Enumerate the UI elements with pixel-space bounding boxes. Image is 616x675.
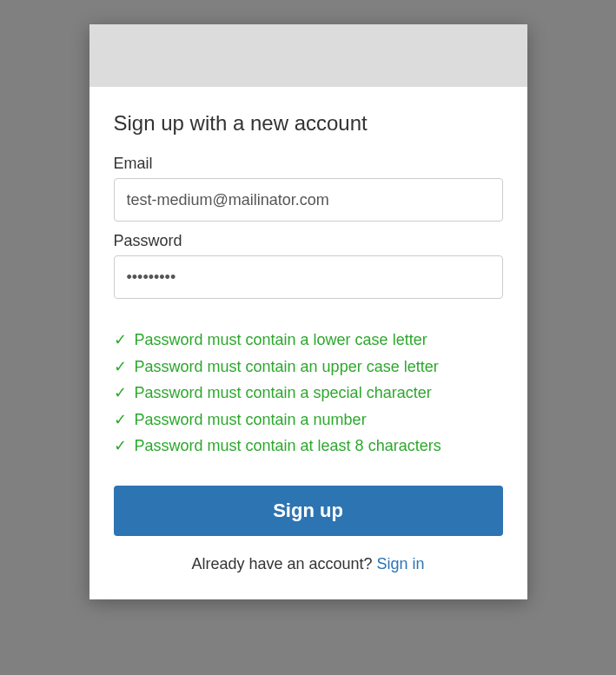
- rule-text: Password must contain at least 8 charact…: [135, 433, 441, 460]
- footer-text: Already have an account? Sign in: [114, 555, 503, 573]
- check-icon: ✓: [114, 407, 131, 433]
- password-field[interactable]: [114, 255, 503, 299]
- card-body: Sign up with a new account Email Passwor…: [89, 87, 527, 599]
- signin-link[interactable]: Sign in: [377, 555, 425, 572]
- rule-text: Password must contain a special characte…: [135, 380, 432, 407]
- check-icon: ✓: [114, 327, 131, 354]
- rule-item: ✓ Password must contain a lower case let…: [114, 327, 503, 354]
- card-header: [89, 24, 527, 87]
- rule-item: ✓ Password must contain at least 8 chara…: [114, 433, 503, 460]
- rule-item: ✓ Password must contain a special charac…: [114, 380, 503, 407]
- check-icon: ✓: [114, 433, 131, 460]
- footer-prompt: Already have an account?: [191, 555, 376, 572]
- check-icon: ✓: [114, 354, 131, 381]
- rule-item: ✓ Password must contain a number: [114, 407, 503, 433]
- password-label: Password: [114, 232, 503, 250]
- email-field[interactable]: [114, 178, 503, 222]
- rule-text: Password must contain a number: [135, 407, 367, 433]
- email-label: Email: [114, 155, 503, 173]
- rule-text: Password must contain a lower case lette…: [135, 327, 427, 354]
- signup-button[interactable]: Sign up: [114, 486, 503, 536]
- check-icon: ✓: [114, 380, 131, 407]
- password-rules: ✓ Password must contain a lower case let…: [114, 327, 503, 460]
- page-title: Sign up with a new account: [114, 111, 503, 136]
- signup-card: Sign up with a new account Email Passwor…: [89, 24, 527, 599]
- rule-item: ✓ Password must contain an upper case le…: [114, 354, 503, 381]
- rule-text: Password must contain an upper case lett…: [135, 354, 439, 381]
